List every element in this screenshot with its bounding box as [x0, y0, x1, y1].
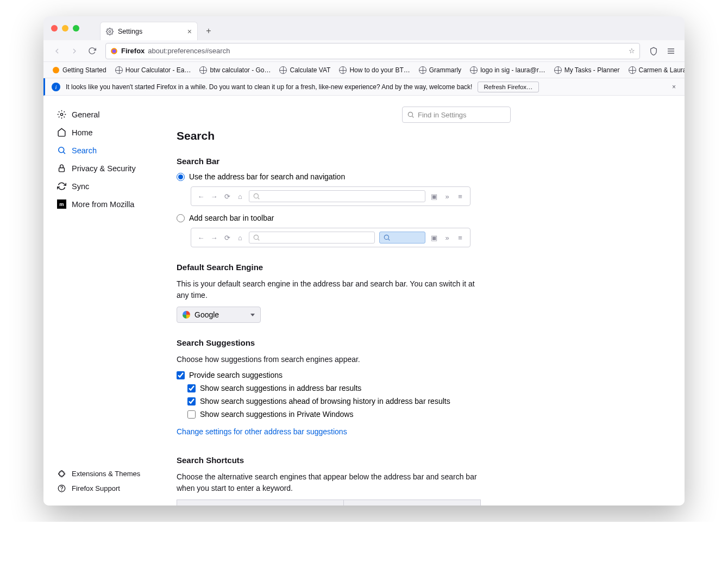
- tab-settings[interactable]: Settings ×: [100, 22, 198, 40]
- back-icon: ←: [197, 192, 205, 201]
- forward-icon: →: [210, 192, 218, 201]
- notification-bar: i It looks like you haven't started Fire…: [43, 78, 685, 96]
- searchbar-illustration: ← → ⟳ ⌂ ▣ » ≡: [191, 228, 470, 247]
- svg-line-22: [388, 239, 390, 241]
- bookmark-item[interactable]: logo in sig - laura@r…: [467, 65, 549, 75]
- radio-input[interactable]: [177, 214, 185, 222]
- svg-point-14: [61, 490, 62, 490]
- radio-input[interactable]: [177, 173, 185, 181]
- radio-use-addressbar[interactable]: Use the address bar for search and navig…: [177, 172, 663, 181]
- shortcuts-desc: Choose the alternative search engines th…: [177, 471, 481, 494]
- col-search-engine: Search Engine: [177, 500, 344, 506]
- sidebar-footer-extensions[interactable]: Extensions & Themes: [43, 466, 153, 481]
- lock-icon: [57, 164, 66, 173]
- svg-line-20: [258, 239, 260, 241]
- preferences-main: Find in Settings Search Search Bar Use t…: [160, 96, 685, 506]
- suggestions-desc: Choose how suggestions from search engin…: [177, 354, 481, 365]
- browser-window: Settings × + Firefox about:preferences#s…: [43, 16, 685, 506]
- reload-button[interactable]: [84, 43, 100, 59]
- url-path: about:preferences#search: [148, 47, 230, 55]
- globe-icon: [629, 66, 636, 74]
- bookmark-item[interactable]: Hour Calculator - Ea…: [112, 65, 194, 75]
- mock-urlbar: [249, 232, 375, 244]
- svg-point-0: [109, 30, 111, 33]
- tab-strip: Settings × +: [100, 16, 219, 40]
- sidebar-item-general[interactable]: General: [43, 105, 160, 123]
- find-in-settings-input[interactable]: Find in Settings: [402, 107, 511, 123]
- sync-icon: [57, 182, 66, 191]
- radio-add-searchbar[interactable]: Add search bar in toolbar: [177, 214, 663, 222]
- bookmarks-bar: Getting Started Hour Calculator - Ea… bt…: [43, 62, 685, 78]
- google-icon: [183, 311, 190, 319]
- bookmark-item[interactable]: Getting Started: [49, 65, 110, 75]
- globe-icon: [115, 66, 123, 74]
- maximize-window[interactable]: [73, 25, 79, 32]
- gear-icon: [57, 110, 66, 119]
- svg-point-19: [254, 235, 258, 239]
- search-icon: [407, 111, 415, 118]
- sidebar-item-sync[interactable]: Sync: [43, 177, 160, 195]
- cb-private-windows[interactable]: Show search suggestions in Private Windo…: [187, 410, 663, 419]
- hamburger-menu-icon[interactable]: [663, 43, 679, 59]
- globe-icon: [279, 66, 287, 74]
- cb-show-in-addressbar[interactable]: Show search suggestions in address bar r…: [187, 384, 663, 392]
- link-change-addressbar-settings[interactable]: Change settings for other address bar su…: [177, 427, 347, 436]
- url-bar[interactable]: Firefox about:preferences#search ☆: [105, 43, 640, 59]
- dismiss-notification-icon[interactable]: ×: [670, 83, 678, 91]
- default-engine-heading: Default Search Engine: [177, 263, 663, 272]
- overflow-icon: »: [443, 192, 451, 201]
- close-tab-icon[interactable]: ×: [187, 27, 192, 36]
- bookmark-item[interactable]: Grammarly: [416, 65, 465, 75]
- sidebar-footer-support[interactable]: Firefox Support: [43, 481, 153, 496]
- sidebar-item-search[interactable]: Search: [43, 141, 160, 159]
- sidebar-item-privacy[interactable]: Privacy & Security: [43, 159, 160, 177]
- new-tab-button[interactable]: +: [201, 23, 216, 39]
- globe-icon: [199, 66, 207, 74]
- svg-line-16: [412, 116, 414, 118]
- sidebar-item-home[interactable]: Home: [43, 123, 160, 141]
- bookmark-item[interactable]: How to do your BT…: [336, 65, 413, 75]
- overflow-icon: »: [443, 234, 451, 242]
- mock-searchbox: [379, 232, 425, 244]
- shortcuts-table: Search Engine Keyword: [177, 500, 481, 506]
- forward-button[interactable]: [66, 43, 83, 59]
- minimize-window[interactable]: [62, 25, 68, 32]
- globe-icon: [419, 66, 426, 74]
- home-icon: ⌂: [236, 192, 244, 201]
- url-identity: Firefox: [121, 47, 145, 55]
- svg-point-15: [408, 112, 412, 116]
- refresh-firefox-button[interactable]: Refresh Firefox…: [478, 82, 538, 92]
- help-icon: [57, 484, 66, 492]
- preferences-content: General Home Search Privacy & Security S…: [43, 96, 685, 506]
- firefox-logo-icon: [110, 47, 118, 55]
- col-keyword: Keyword: [344, 500, 385, 506]
- globe-icon: [470, 66, 478, 74]
- default-engine-select[interactable]: Google: [177, 307, 261, 323]
- bookmark-item[interactable]: Calculate VAT: [276, 65, 334, 75]
- menu-icon: ≡: [456, 234, 465, 242]
- search-icon: [57, 146, 66, 155]
- sidebar-item-more[interactable]: mMore from Mozilla: [43, 195, 160, 213]
- mozilla-icon: m: [57, 199, 66, 209]
- pocket-icon[interactable]: [645, 43, 662, 59]
- close-window[interactable]: [51, 25, 58, 32]
- globe-icon: [339, 66, 347, 74]
- bookmark-item[interactable]: Carmen & Laura - Pl…: [625, 65, 685, 75]
- cb-provide-suggestions[interactable]: Provide search suggestions: [177, 371, 663, 379]
- bookmark-star-icon[interactable]: ☆: [629, 47, 635, 55]
- navbar: Firefox about:preferences#search ☆: [43, 40, 685, 62]
- back-icon: ←: [197, 234, 205, 242]
- svg-line-9: [63, 152, 65, 154]
- preferences-sidebar: General Home Search Privacy & Security S…: [43, 96, 160, 506]
- home-icon: ⌂: [236, 234, 244, 242]
- cb-show-ahead-history[interactable]: Show search suggestions ahead of browsin…: [187, 397, 663, 405]
- svg-rect-10: [59, 168, 64, 172]
- back-button[interactable]: [49, 43, 65, 59]
- bookmark-item[interactable]: My Tasks - Planner: [551, 65, 623, 75]
- svg-point-8: [58, 147, 64, 153]
- bookmark-item[interactable]: btw calculator - Go…: [196, 65, 274, 75]
- searchbar-heading: Search Bar: [177, 157, 663, 166]
- titlebar: Settings × +: [43, 16, 685, 40]
- forward-icon: →: [210, 234, 218, 242]
- window-controls: [43, 25, 79, 32]
